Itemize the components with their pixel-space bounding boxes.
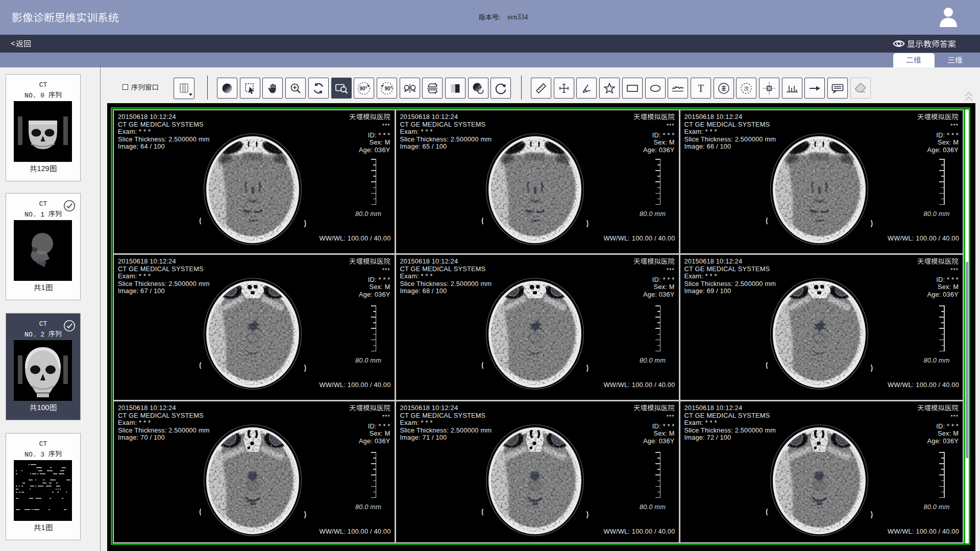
svg-text:90°: 90° xyxy=(384,85,392,91)
svg-text:T: T xyxy=(698,83,704,94)
svg-text:90°: 90° xyxy=(360,85,368,91)
